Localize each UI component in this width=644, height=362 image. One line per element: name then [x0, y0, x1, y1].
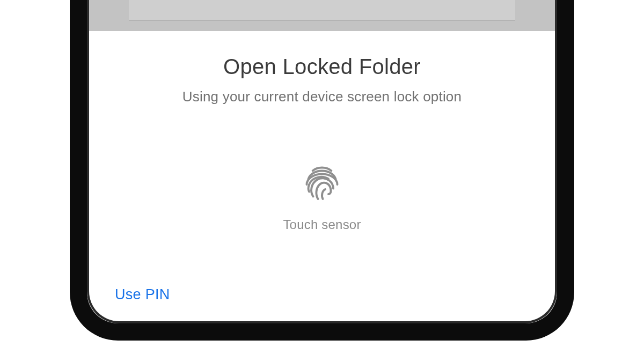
phone-frame: Open Locked Folder Using your current de…: [70, 0, 574, 341]
phone-bezel: [70, 0, 574, 341]
